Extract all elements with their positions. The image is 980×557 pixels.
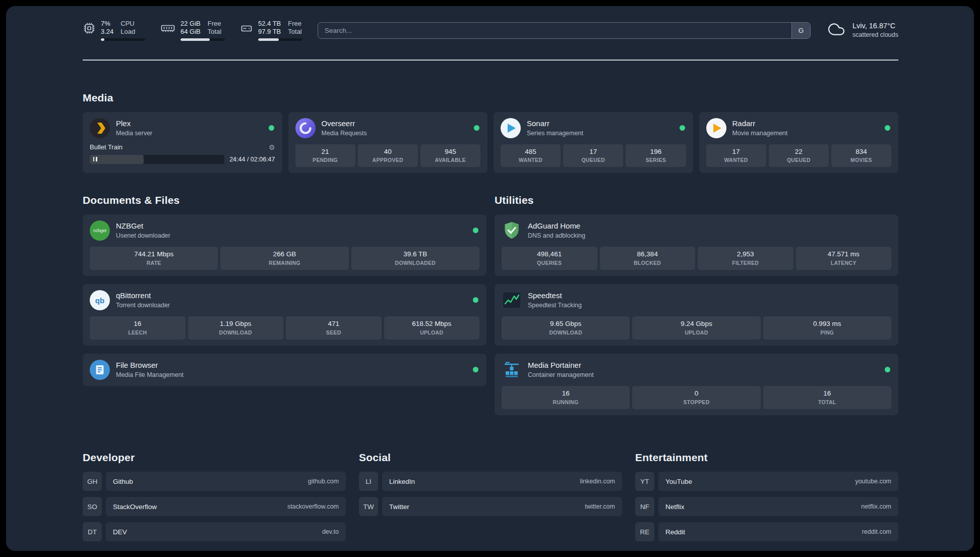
memory-total-label: Total xyxy=(208,28,221,36)
memory-icon xyxy=(160,20,175,37)
weather-widget[interactable]: Lviv, 16.87°C scattered clouds xyxy=(826,20,898,40)
stat-downloaded: 39.6 TB DOWNLOADED xyxy=(351,247,479,270)
bookmark-name: YouTube xyxy=(665,478,692,485)
service-card-sonarr[interactable]: Sonarr Series management 485 WANTED 17 Q… xyxy=(494,112,693,174)
stat-rate: 744.21 Mbps RATE xyxy=(90,247,218,270)
memory-progress-bar xyxy=(180,38,225,41)
twitter-icon[interactable]: TW xyxy=(359,497,378,516)
service-name: qBittorrent xyxy=(116,291,170,300)
cpu-usage-value: 7% xyxy=(101,20,113,28)
bookmark-youtube[interactable]: YT YouTube youtube.com xyxy=(635,472,898,491)
bookmark-name: Twitter xyxy=(389,503,409,511)
disk-widget: 52.4 TB 97.9 TB Free Total xyxy=(240,20,302,41)
service-name: Overseerr xyxy=(322,119,367,128)
developer-section-title: Developer xyxy=(83,452,346,464)
bookmark-url: github.com xyxy=(308,478,339,485)
cpu-progress-bar xyxy=(101,38,145,41)
search-input[interactable] xyxy=(318,23,791,38)
stat-download: 9.65 Gbps DOWNLOAD xyxy=(502,316,630,340)
service-subtitle: DNS and adblocking xyxy=(528,232,585,240)
adguard-icon xyxy=(502,220,522,241)
service-name: Plex xyxy=(116,119,152,128)
stat-running: 16 RUNNING xyxy=(502,386,630,409)
bookmark-netflix[interactable]: NF Netflix netflix.com xyxy=(635,497,898,516)
social-section-title: Social xyxy=(359,452,622,464)
service-subtitle: Media File Management xyxy=(116,371,183,379)
status-dot xyxy=(474,125,479,131)
linkedin-icon[interactable]: LI xyxy=(359,472,378,491)
documents-section: Documents & Files nzbget NZBGet xyxy=(83,194,486,394)
bookmark-name: Netflix xyxy=(665,503,685,511)
nzbget-icon: nzbget xyxy=(90,220,110,241)
disk-icon xyxy=(240,20,253,37)
service-name: Speedtest xyxy=(528,291,582,300)
memory-free-value: 22 GiB xyxy=(180,20,201,28)
gear-icon[interactable]: ⚙ xyxy=(269,143,275,151)
service-card-portainer[interactable]: Media Portainer Container management 16 … xyxy=(495,354,898,415)
service-card-filebrowser[interactable]: File Browser Media File Management xyxy=(83,354,486,386)
search-provider-button[interactable]: G xyxy=(791,23,810,38)
pause-icon[interactable] xyxy=(92,155,98,164)
stat-queries: 498,461 QUERIES xyxy=(502,247,597,270)
service-card-speedtest[interactable]: Speedtest Speedtest Tracking 9.65 Gbps D… xyxy=(495,284,898,346)
service-card-radarr[interactable]: Radarr Movie management 17 WANTED 22 QUE… xyxy=(699,112,899,174)
stat-series: 196 SERIES xyxy=(626,144,686,168)
netflix-icon[interactable]: NF xyxy=(635,497,654,516)
bookmark-stackoverflow[interactable]: SO StackOverflow stackoverflow.com xyxy=(83,497,346,516)
service-card-adguard[interactable]: AdGuard Home DNS and adblocking 498,461 … xyxy=(495,214,898,276)
cpu-load-value: 3.24 xyxy=(101,28,113,36)
bookmark-url: youtube.com xyxy=(855,478,891,485)
stat-blocked: 86,384 BLOCKED xyxy=(600,247,696,270)
memory-total-value: 64 GiB xyxy=(180,28,201,36)
service-subtitle: Movie management xyxy=(732,130,788,137)
stat-upload: 618.52 Mbps UPLOAD xyxy=(384,316,480,340)
youtube-icon[interactable]: YT xyxy=(635,472,654,491)
stat-wanted: 17 WANTED xyxy=(706,144,766,168)
topbar-divider xyxy=(83,60,898,61)
bookmark-url: stackoverflow.com xyxy=(287,503,339,510)
service-card-overseerr[interactable]: Overseerr Media Requests 21 PENDING 40 A… xyxy=(288,112,488,174)
bookmark-github[interactable]: GH Github github.com xyxy=(83,472,346,491)
service-name: Radarr xyxy=(732,119,788,128)
service-name: Sonarr xyxy=(527,119,583,128)
top-bar: 7% 3.24 CPU Load xyxy=(83,19,898,41)
disk-total-label: Total xyxy=(288,28,301,36)
bookmark-name: DEV xyxy=(113,528,127,536)
sonarr-icon xyxy=(501,118,521,138)
disk-progress-bar xyxy=(258,38,302,41)
cpu-icon xyxy=(83,20,96,37)
disk-free-value: 52.4 TB xyxy=(258,20,281,28)
filebrowser-icon xyxy=(90,360,110,380)
service-card-plex[interactable]: Plex Media server Bullet Train ⚙ xyxy=(83,112,282,174)
stat-leech: 16 LEECH xyxy=(90,316,186,340)
utilities-section-title: Utilities xyxy=(495,194,898,206)
service-name: NZBGet xyxy=(116,221,170,231)
bookmark-url: linkedin.com xyxy=(580,478,615,485)
bookmark-linkedin[interactable]: LI LinkedIn linkedin.com xyxy=(359,472,622,491)
bookmark-reddit[interactable]: RE Reddit reddit.com xyxy=(635,522,898,541)
memory-free-label: Free xyxy=(208,20,221,28)
service-subtitle: Usenet downloader xyxy=(116,232,170,240)
service-name: Media Portainer xyxy=(528,361,594,370)
service-card-nzbget[interactable]: nzbget NZBGet Usenet downloader 744.21 M… xyxy=(83,214,486,276)
cpu-label: CPU xyxy=(120,20,135,28)
stackoverflow-icon[interactable]: SO xyxy=(83,497,102,516)
service-card-qbittorrent[interactable]: qb qBittorrent Torrent downloader 16 LEE… xyxy=(83,284,486,346)
github-icon[interactable]: GH xyxy=(83,472,102,491)
utilities-section: Utilities AdGuard Home xyxy=(495,194,898,423)
stat-remaining: 266 GB REMAINING xyxy=(220,247,348,270)
bookmark-twitter[interactable]: TW Twitter twitter.com xyxy=(359,497,622,516)
radarr-icon xyxy=(706,118,726,138)
playback-progress-bar[interactable] xyxy=(90,155,224,164)
service-subtitle: Container management xyxy=(528,371,594,379)
plex-now-playing: Bullet Train ⚙ 24:44 / 02:06:47 xyxy=(90,143,275,164)
overseerr-icon xyxy=(295,118,316,138)
bookmark-dev[interactable]: DT DEV dev.to xyxy=(83,522,346,541)
entertainment-bookmarks: Entertainment YT YouTube youtube.com NF … xyxy=(635,452,898,547)
dev-icon[interactable]: DT xyxy=(83,522,102,541)
now-playing-title: Bullet Train xyxy=(90,143,122,151)
reddit-icon[interactable]: RE xyxy=(635,522,654,541)
stat-download: 1.19 Gbps DOWNLOAD xyxy=(188,316,284,340)
svg-text:qb: qb xyxy=(95,296,104,305)
stat-pending: 21 PENDING xyxy=(295,144,355,168)
